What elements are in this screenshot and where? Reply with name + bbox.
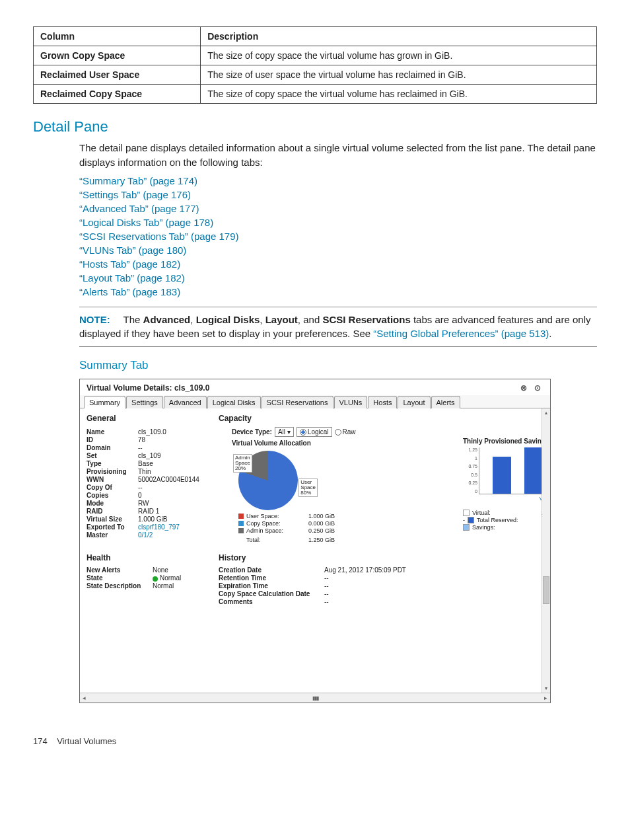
link-layout-tab[interactable]: “Layout Tab” (page 182) xyxy=(79,272,597,284)
general-field: ID78 xyxy=(87,436,219,443)
field-value: -- xyxy=(324,574,329,582)
radio-logical[interactable]: Logical xyxy=(297,427,332,437)
legend-swatch xyxy=(238,514,244,519)
history-heading: History xyxy=(219,553,483,562)
page-number: 174 xyxy=(33,736,48,746)
link-hosts-tab[interactable]: “Hosts Tab” (page 182) xyxy=(79,258,597,270)
detail-tabstrip: Summary Settings Advanced Logical Disks … xyxy=(80,395,550,408)
screenshot-virtual-volume-details: Virtual Volume Details: cls_109.0 ⊗ ⊙ Su… xyxy=(79,379,551,703)
field-key: Exported To xyxy=(87,523,138,531)
chevron-down-icon: ▾ xyxy=(287,428,291,436)
vertical-scrollbar[interactable]: ▴ ▾ xyxy=(542,408,550,693)
link-scsi-reservations-tab[interactable]: “SCSI Reservations Tab” (page 179) xyxy=(79,231,597,242)
subsection-heading-summary-tab: Summary Tab xyxy=(79,359,597,372)
field-value: -- xyxy=(138,444,143,451)
panel-title-icons: ⊗ ⊙ xyxy=(520,383,543,393)
field-value: Aug 21, 2012 17:05:09 PDT xyxy=(324,566,406,574)
field-value: 50002AC0004E0144 xyxy=(138,476,199,483)
field-key: RAID xyxy=(87,508,138,515)
legend-row: User Space:1.000 GiB xyxy=(238,513,463,519)
tab-advanced[interactable]: Advanced xyxy=(164,396,207,408)
field-value: -- xyxy=(324,582,329,590)
tab-summary[interactable]: Summary xyxy=(84,396,125,408)
field-key: Master xyxy=(87,531,138,539)
total-label: Total: xyxy=(246,537,293,543)
cell-desc: The size of user space the virtual volum… xyxy=(201,65,597,85)
legend-value: 0.250 GiB xyxy=(295,527,335,534)
scroll-thumb-h[interactable]: ▮▮▮ xyxy=(312,695,318,701)
cell-desc: The size of copy space the virtual volum… xyxy=(201,85,597,104)
column-description-table: Column Description Grown Copy Space The … xyxy=(33,26,597,104)
field-key: Virtual Size xyxy=(87,515,138,523)
general-field: Copies0 xyxy=(87,492,219,499)
link-settings-tab[interactable]: “Settings Tab” (page 176) xyxy=(79,189,597,200)
link-alerts-tab[interactable]: “Alerts Tab” (page 183) xyxy=(79,286,597,297)
field-value: 0 xyxy=(138,492,142,499)
collapse-down-icon[interactable]: ⊙ xyxy=(534,383,543,393)
field-value: 1.000 GiB xyxy=(138,515,167,523)
general-field: Exported Toclsprf180_797 xyxy=(87,523,219,531)
link-vluns-tab[interactable]: “VLUNs Tab” (page 180) xyxy=(79,245,597,256)
page-footer: 174 Virtual Volumes xyxy=(33,736,597,746)
horizontal-scrollbar[interactable]: ◂ ▮▮▮ ▸ xyxy=(80,693,550,703)
field-key: Mode xyxy=(87,500,138,507)
link-advanced-tab[interactable]: “Advanced Tab” (page 177) xyxy=(79,203,597,214)
link-setting-global-preferences[interactable]: “Setting Global Preferences” (page 513) xyxy=(373,328,549,339)
tab-alerts[interactable]: Alerts xyxy=(431,396,460,408)
field-value: Normal xyxy=(153,582,174,590)
savings-name: Total Reserved: xyxy=(477,517,536,523)
field-value: Normal xyxy=(153,574,181,582)
table-header-column: Column xyxy=(34,27,201,46)
tab-layout[interactable]: Layout xyxy=(398,396,430,408)
status-dot-icon xyxy=(153,576,158,582)
field-value: -- xyxy=(324,590,329,597)
legend-value: 0.000 GiB xyxy=(295,520,335,527)
field-key: Type xyxy=(87,460,138,467)
general-field: Virtual Size1.000 GiB xyxy=(87,515,219,523)
field-key: Retention Time xyxy=(219,574,324,582)
savings-summary: Virtual:1.000 GiB- Total Reserved:1.250 … xyxy=(463,510,550,531)
health-field: State DescriptionNormal xyxy=(87,582,219,590)
tab-logical-disks[interactable]: Logical Disks xyxy=(207,396,261,408)
tab-link-list: “Summary Tab” (page 174) “Settings Tab” … xyxy=(79,175,597,297)
cell-col: Grown Copy Space xyxy=(34,46,201,65)
history-section: History Creation DateAug 21, 2012 17:05:… xyxy=(219,553,483,606)
radio-raw[interactable]: Raw xyxy=(335,428,356,436)
tab-scsi-reservations[interactable]: SCSI Reservations xyxy=(262,396,333,408)
health-field: New AlertsNone xyxy=(87,566,219,574)
legend-swatch xyxy=(238,521,244,526)
device-type-select[interactable]: All ▾ xyxy=(275,427,294,437)
field-value: RAID 1 xyxy=(138,508,159,515)
field-key: Set xyxy=(87,452,138,459)
table-header-description: Description xyxy=(201,27,597,46)
field-value: Base xyxy=(138,460,153,467)
health-heading: Health xyxy=(87,553,219,562)
scroll-left-icon[interactable]: ◂ xyxy=(83,695,86,701)
field-key: WWN xyxy=(87,476,138,483)
collapse-up-icon[interactable]: ⊗ xyxy=(520,383,530,393)
field-key: Copy Of xyxy=(87,484,138,491)
general-field: ProvisioningThin xyxy=(87,468,219,475)
field-key: Copies xyxy=(87,492,138,499)
link-logical-disks-tab[interactable]: “Logical Disks Tab” (page 178) xyxy=(79,217,597,228)
field-value[interactable]: clsprf180_797 xyxy=(138,523,180,531)
tab-hosts[interactable]: Hosts xyxy=(368,396,397,408)
scroll-down-icon[interactable]: ▾ xyxy=(545,685,547,691)
tab-settings[interactable]: Settings xyxy=(126,396,163,408)
general-field: Master0/1/2 xyxy=(87,531,219,539)
general-field: Setcls_109 xyxy=(87,452,219,459)
history-field: Retention Time-- xyxy=(219,574,483,582)
scroll-thumb[interactable] xyxy=(543,576,549,604)
savings-swatch xyxy=(463,524,470,531)
legend-swatch xyxy=(238,528,244,533)
bar-total-reserved xyxy=(524,447,543,494)
field-key: Expiration Time xyxy=(219,582,324,590)
scroll-right-icon[interactable]: ▸ xyxy=(544,695,547,701)
history-field: Creation DateAug 21, 2012 17:05:09 PDT xyxy=(219,566,483,574)
link-summary-tab[interactable]: “Summary Tab” (page 174) xyxy=(79,175,597,186)
tab-vluns[interactable]: VLUNs xyxy=(334,396,368,408)
savings-bar-chart xyxy=(479,447,550,494)
field-value[interactable]: 0/1/2 xyxy=(138,531,153,539)
scroll-up-icon[interactable]: ▴ xyxy=(545,410,547,416)
legend-row: Copy Space:0.000 GiB xyxy=(238,520,463,527)
